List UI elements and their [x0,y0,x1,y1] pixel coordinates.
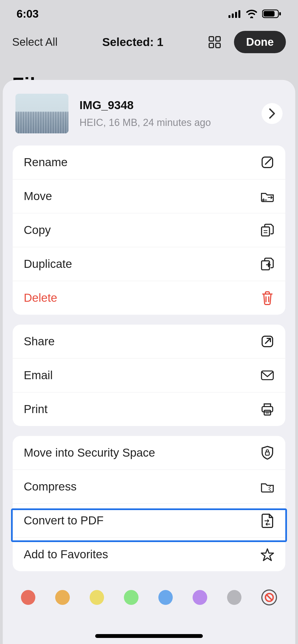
svg-rect-9 [209,43,214,48]
copy-icon [260,223,274,237]
svg-rect-0 [228,15,230,18]
shield-lock-icon [260,446,274,460]
file-details-button[interactable] [262,103,283,124]
home-indicator[interactable] [95,634,203,638]
copy-row[interactable]: Copy [13,213,285,247]
action-label: Delete [24,291,57,305]
action-label: Convert to PDF [24,514,103,527]
action-label: Move into Security Space [24,446,155,459]
share-icon [260,335,274,348]
chevron-right-icon [268,108,276,119]
selected-count: Selected: 1 [102,36,163,49]
tag-orange[interactable] [55,590,70,605]
done-button[interactable]: Done [234,31,286,53]
convert-pdf-row[interactable]: Convert to PDF [13,504,285,538]
compress-row[interactable]: Compress [13,470,285,504]
tag-none-button[interactable] [261,589,277,605]
tag-colors-row [13,581,285,605]
action-label: Copy [24,223,51,237]
svg-rect-10 [216,43,220,48]
svg-rect-14 [262,406,273,412]
svg-rect-13 [262,371,273,379]
svg-rect-3 [238,10,240,18]
action-label: Share [24,335,55,348]
folder-move-icon [260,189,274,203]
tag-yellow[interactable] [90,590,104,605]
svg-rect-1 [232,14,234,18]
status-time: 6:03 [17,8,39,20]
svg-rect-7 [209,37,214,41]
security-space-row[interactable]: Move into Security Space [13,436,285,470]
status-bar: 6:03 [0,0,298,28]
duplicate-icon [260,257,274,271]
tag-gray[interactable] [227,590,241,605]
svg-rect-8 [216,37,220,41]
mail-icon [260,368,274,382]
action-label: Email [24,369,53,382]
svg-rect-16 [265,452,269,455]
delete-row[interactable]: Delete [13,281,285,315]
action-sheet: IMG_9348 HEIC, 16 MB, 24 minutes ago Ren… [3,80,295,644]
edit-icon [260,155,274,169]
print-icon [260,402,274,416]
action-label: Print [24,403,47,416]
cellular-icon [228,10,241,18]
rename-row[interactable]: Rename [13,145,285,179]
action-label: Duplicate [24,257,72,271]
action-group-share: Share Email Print [13,325,285,426]
select-all-button[interactable]: Select All [12,36,58,48]
action-label: Move [24,190,52,203]
trash-icon [260,291,274,305]
status-indicators [228,9,281,18]
favorites-row[interactable]: Add to Favorites [13,538,285,571]
action-group-more: Move into Security Space Compress Conver… [13,436,285,571]
star-icon [260,548,274,561]
convert-icon [260,514,274,527]
action-label: Rename [24,156,68,169]
tag-red[interactable] [21,590,35,605]
tag-blue[interactable] [158,590,173,605]
svg-rect-5 [264,11,275,17]
action-label: Add to Favorites [24,548,108,561]
share-row[interactable]: Share [13,325,285,359]
action-label: Compress [24,480,76,493]
action-group-file: Rename Move Copy Duplicate Delete [13,145,285,315]
no-tag-icon [264,592,274,602]
email-row[interactable]: Email [13,359,285,392]
move-row[interactable]: Move [13,179,285,213]
duplicate-row[interactable]: Duplicate [13,247,285,281]
battery-icon [262,9,281,18]
print-row[interactable]: Print [13,392,285,426]
grid-icon [208,36,221,49]
file-thumbnail [15,94,68,133]
file-name: IMG_9348 [79,99,251,112]
svg-rect-2 [235,12,237,18]
file-meta: HEIC, 16 MB, 24 minutes ago [79,117,251,128]
tag-purple[interactable] [193,590,207,605]
layout-grid-button[interactable] [208,36,221,49]
wifi-icon [246,9,258,18]
svg-rect-6 [279,12,281,15]
selection-toolbar: Select All Selected: 1 Done [0,28,298,61]
file-header: IMG_9348 HEIC, 16 MB, 24 minutes ago [13,94,285,145]
tag-green[interactable] [124,590,138,605]
zip-icon [260,480,274,494]
